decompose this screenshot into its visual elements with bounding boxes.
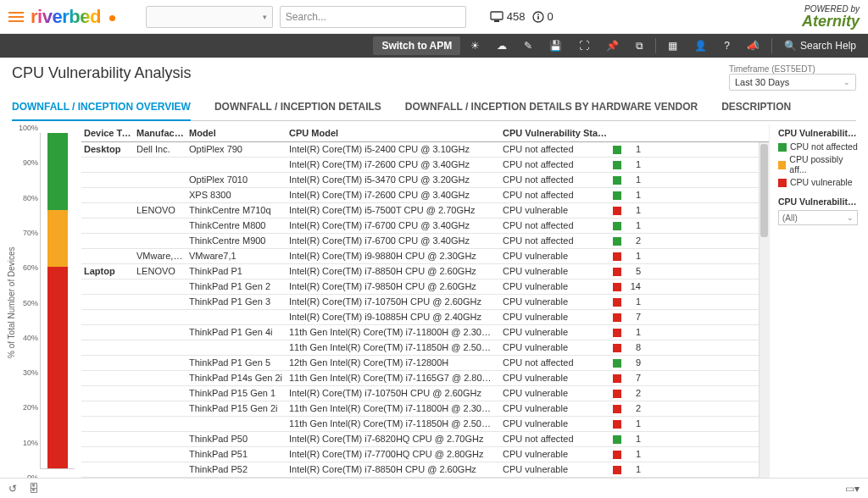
table-row[interactable]: ThinkPad P52Intel(R) Core(TM) i7-8850H C…: [81, 462, 759, 478]
table-row[interactable]: ThinkPad P15 Gen 2i11th Gen Intel(R) Cor…: [81, 401, 759, 417]
timeframe-select[interactable]: Last 30 Days ⌄: [729, 74, 856, 91]
status-swatch: [613, 344, 621, 352]
timeframe-label: Timeframe (EST5EDT): [729, 64, 856, 74]
table-row[interactable]: Intel(R) Core(TM) i7-2600 CPU @ 3.40GHzC…: [81, 158, 759, 173]
bar-segment[interactable]: [47, 133, 68, 210]
status-swatch: [613, 207, 621, 215]
y-axis-label: % of Total Number of Devices: [7, 128, 16, 478]
tab-details[interactable]: DOWNFALL / INCEPTION DETAILS: [214, 96, 381, 120]
filter-title: CPU Vulnerability S...: [778, 196, 858, 207]
tab-details-by-vendor[interactable]: DOWNFALL / INCEPTION DETAILS BY HARDWARE…: [405, 96, 698, 120]
copy-icon[interactable]: ⧉: [629, 37, 650, 54]
legend-item[interactable]: CPU vulnerable: [778, 177, 858, 187]
tabs: DOWNFALL / INCEPTION OVERVIEW DOWNFALL /…: [12, 96, 856, 121]
chevron-down-icon: ⌄: [847, 213, 854, 222]
status-swatch: [613, 268, 621, 276]
table-row[interactable]: ThinkCentre M900Intel(R) Core(TM) i7-670…: [81, 234, 759, 249]
tab-overview[interactable]: DOWNFALL / INCEPTION OVERVIEW: [12, 96, 191, 121]
svg-rect-1: [494, 20, 499, 22]
device-count[interactable]: 458: [490, 10, 526, 23]
status-swatch: [613, 466, 621, 474]
user-icon[interactable]: 👤: [687, 37, 714, 54]
table-row[interactable]: VMware, Inc.VMware7,1Intel(R) Core(TM) i…: [81, 249, 759, 264]
status-swatch: [613, 451, 621, 459]
status-swatch: [613, 313, 621, 322]
col-manufacturer[interactable]: Manufactur..: [134, 126, 186, 140]
table-row[interactable]: OptiPlex 7010Intel(R) Core(TM) i5-3470 C…: [81, 173, 759, 188]
status-swatch: [613, 405, 621, 413]
hamburger-icon[interactable]: [8, 9, 24, 25]
table-row[interactable]: ThinkPad P1 Gen 3Intel(R) Core(TM) i7-10…: [81, 295, 759, 310]
legend-item[interactable]: CPU not affected: [778, 141, 858, 152]
save-icon[interactable]: 💾: [542, 37, 569, 54]
vertical-scrollbar[interactable]: [759, 142, 769, 478]
table-row[interactable]: LENOVOThinkCentre M710qIntel(R) Core(TM)…: [81, 203, 759, 219]
main-content: % of Total Number of Devices 0%10%20%30%…: [0, 121, 868, 478]
status-swatch: [613, 390, 621, 398]
cloud-icon[interactable]: ☁: [490, 37, 514, 54]
table-row[interactable]: ThinkPad P51Intel(R) Core(TM) i7-7700HQ …: [81, 447, 759, 462]
apps-icon[interactable]: ▦: [661, 37, 684, 54]
status-swatch: [613, 237, 621, 246]
stacked-bar-chart: % of Total Number of Devices 0%10%20%30%…: [7, 125, 78, 478]
legend-title: CPU Vulnerability St...: [778, 128, 858, 138]
col-status[interactable]: CPU Vulnerability Status: [500, 126, 610, 140]
tab-description[interactable]: DESCRIPTION: [721, 96, 791, 120]
status-filter-select[interactable]: (All) ⌄: [778, 210, 858, 225]
status-swatch: [613, 161, 621, 169]
search-help-button[interactable]: 🔍 Search Help: [777, 37, 863, 54]
legend-swatch: [778, 179, 787, 187]
table-row[interactable]: XPS 8300Intel(R) Core(TM) i7-2600 CPU @ …: [81, 188, 759, 203]
timeframe-control: Timeframe (EST5EDT) Last 30 Days ⌄: [729, 64, 856, 91]
info-count[interactable]: 0: [532, 10, 554, 23]
status-swatch: [613, 359, 621, 368]
table-row[interactable]: ThinkPad P1 Gen 512th Gen Intel(R) Core(…: [81, 356, 759, 371]
table-row[interactable]: 11th Gen Intel(R) Core(TM) i7-11850H @ 2…: [81, 340, 759, 356]
table-row[interactable]: ThinkPad P14s Gen 2i11th Gen Intel(R) Co…: [81, 371, 759, 386]
status-swatch: [613, 329, 621, 337]
col-device-type[interactable]: Device Type: [81, 126, 134, 140]
bar-segment[interactable]: [47, 210, 68, 267]
pin-icon[interactable]: 📌: [599, 37, 626, 54]
table-row[interactable]: ThinkPad P1 Gen 2Intel(R) Core(TM) i7-98…: [81, 279, 759, 295]
table-row[interactable]: 11th Gen Intel(R) Core(TM) i7-11850H @ 2…: [81, 417, 759, 432]
brightness-icon[interactable]: ☀: [464, 37, 487, 54]
fullscreen-icon[interactable]: ⛶: [572, 37, 596, 54]
powered-by: POWERED by Aternity: [802, 5, 860, 29]
global-search-input[interactable]: Search...: [280, 6, 466, 28]
topbar: riverbed ▾ Search... 458 0 POWERED by At…: [0, 0, 868, 34]
table-row[interactable]: ThinkPad P15 Gen 1Intel(R) Core(TM) i7-1…: [81, 386, 759, 401]
table-body: DesktopDell Inc.OptiPlex 790Intel(R) Cor…: [81, 142, 759, 478]
edit-icon[interactable]: ✎: [517, 37, 539, 54]
chevron-down-icon: ⌄: [843, 78, 850, 86]
switch-to-apm-button[interactable]: Switch to APM: [373, 36, 460, 55]
search-placeholder: Search...: [286, 11, 326, 23]
chevron-down-icon: ▾: [263, 13, 267, 21]
logo-dot: [109, 15, 115, 21]
scrollbar-thumb[interactable]: [760, 144, 768, 237]
status-swatch: [613, 252, 621, 261]
table-row[interactable]: ThinkCentre M800Intel(R) Core(TM) i7-670…: [81, 219, 759, 234]
table-row[interactable]: LaptopLENOVOThinkPad P1Intel(R) Core(TM)…: [81, 264, 759, 279]
brand-logo: riverbed: [31, 6, 101, 28]
col-cpu-model[interactable]: CPU Model: [287, 126, 500, 140]
bar-area: [40, 133, 75, 469]
announce-icon[interactable]: 📣: [740, 37, 766, 54]
status-swatch: [613, 435, 621, 444]
col-model[interactable]: Model: [186, 126, 287, 140]
status-swatch: [613, 298, 621, 307]
monitor-icon: [490, 11, 504, 23]
undo-icon[interactable]: ↺: [8, 483, 17, 495]
data-source-icon[interactable]: 🗄: [29, 483, 39, 495]
legend-item[interactable]: CPU possibly aff...: [778, 154, 858, 174]
table-row[interactable]: DesktopDell Inc.OptiPlex 790Intel(R) Cor…: [81, 142, 759, 158]
status-swatch: [613, 191, 621, 200]
bar-segment[interactable]: [47, 267, 68, 468]
table-row[interactable]: Intel(R) Core(TM) i9-10885H CPU @ 2.40GH…: [81, 310, 759, 325]
table-row[interactable]: ThinkPad P1 Gen 4i11th Gen Intel(R) Core…: [81, 325, 759, 340]
help-icon[interactable]: ?: [717, 37, 737, 54]
context-selector[interactable]: ▾: [146, 6, 273, 28]
y-axis-ticks: 0%10%20%30%40%50%60%70%80%90%100%: [16, 128, 40, 478]
presentation-icon[interactable]: ▭▾: [845, 483, 860, 495]
table-row[interactable]: ThinkPad P50Intel(R) Core(TM) i7-6820HQ …: [81, 432, 759, 447]
